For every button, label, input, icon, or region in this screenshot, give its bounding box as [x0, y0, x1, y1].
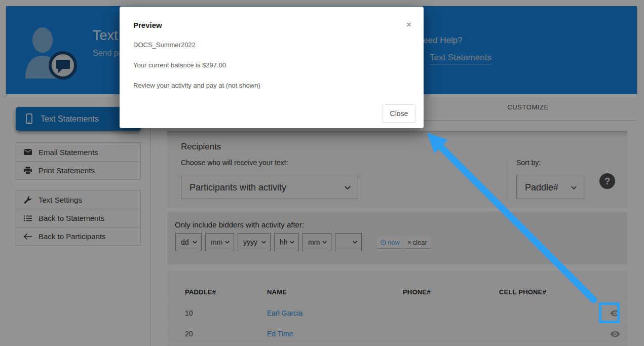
modal-line-review: Review your activity and pay at (not sho… [133, 82, 260, 89]
close-icon[interactable]: × [406, 20, 411, 29]
modal-line-event: DOCS_Summer2022 [133, 41, 196, 49]
app-root: Text Statements Send participants a text… [0, 0, 644, 346]
preview-modal: Preview × DOCS_Summer2022 Your current b… [120, 7, 424, 128]
modal-title: Preview [133, 21, 162, 29]
modal-line-balance: Your current balance is $297.00 [133, 61, 226, 69]
close-button[interactable]: Close [382, 104, 416, 123]
